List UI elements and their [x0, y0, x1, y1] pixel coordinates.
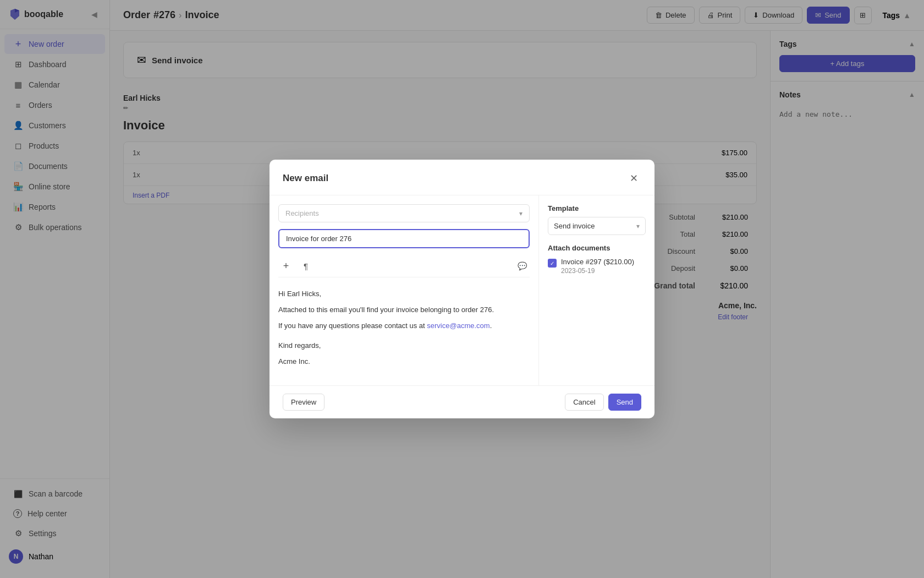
modal-overlay[interactable]: New email ✕ Recipients ▾ + ¶ 💬 — [0, 0, 924, 578]
comment-button[interactable]: 💬 — [514, 258, 530, 274]
recipients-label: Recipients — [285, 209, 519, 217]
template-chevron-icon: ▾ — [636, 222, 640, 230]
send-email-label: Send — [617, 398, 633, 406]
attach-date: 2023-05-19 — [561, 267, 634, 275]
recipients-selector[interactable]: Recipients ▾ — [278, 204, 530, 222]
attach-checkbox[interactable]: ✓ — [548, 259, 557, 268]
modal-header: New email ✕ — [270, 160, 654, 195]
attach-info: Invoice #297 ($210.00) 2023-05-19 — [561, 258, 634, 275]
email-signature: Acme Inc. — [278, 356, 530, 368]
paragraph-button[interactable]: ¶ — [298, 258, 314, 274]
email-line1: Attached to this email you'll find your … — [278, 304, 530, 316]
modal-title: New email — [283, 173, 328, 184]
email-modal: New email ✕ Recipients ▾ + ¶ 💬 — [270, 160, 654, 418]
template-section-title: Template — [548, 204, 646, 212]
send-email-button[interactable]: Send — [608, 394, 641, 411]
modal-body: Recipients ▾ + ¶ 💬 Hi Earl Hicks, Attach… — [270, 195, 654, 385]
attach-title: Attach documents — [548, 244, 646, 252]
attach-section: Attach documents ✓ Invoice #297 ($210.00… — [548, 244, 646, 275]
template-selected-value: Send invoice — [554, 222, 595, 230]
preview-button[interactable]: Preview — [283, 394, 324, 411]
modal-footer-right: Cancel Send — [565, 394, 641, 411]
email-line2-before: If you have any questions please contact… — [278, 321, 427, 330]
email-closing: Kind regards, — [278, 340, 530, 352]
editor-toolbar: + ¶ 💬 — [278, 255, 530, 277]
insert-button[interactable]: + — [278, 258, 294, 274]
recipients-chevron-icon: ▾ — [519, 210, 522, 217]
email-compose-area: Recipients ▾ + ¶ 💬 Hi Earl Hicks, Attach… — [270, 195, 539, 385]
preview-label: Preview — [291, 398, 316, 406]
email-line2-after: . — [490, 321, 492, 330]
attach-name: Invoice #297 ($210.00) — [561, 258, 634, 266]
modal-close-button[interactable]: ✕ — [626, 171, 641, 186]
subject-input[interactable] — [278, 229, 530, 248]
email-body: Hi Earl Hicks, Attached to this email yo… — [278, 284, 530, 377]
email-contact-link[interactable]: service@acme.com — [427, 321, 490, 330]
template-select[interactable]: Send invoice ▾ — [548, 217, 646, 235]
attach-item: ✓ Invoice #297 ($210.00) 2023-05-19 — [548, 258, 646, 275]
cancel-button[interactable]: Cancel — [565, 394, 603, 411]
cancel-label: Cancel — [573, 398, 595, 406]
modal-footer: Preview Cancel Send — [270, 385, 654, 418]
email-greeting: Hi Earl Hicks, — [278, 288, 530, 300]
template-section: Template Send invoice ▾ — [548, 204, 646, 235]
template-panel: Template Send invoice ▾ Attach documents… — [539, 195, 654, 385]
email-line2: If you have any questions please contact… — [278, 320, 530, 332]
checkmark-icon: ✓ — [550, 260, 554, 266]
